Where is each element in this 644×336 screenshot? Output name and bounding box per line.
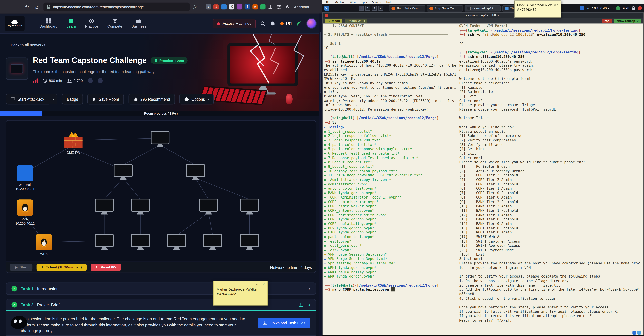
- corner-indicator-icons: [632, 331, 641, 335]
- menu-file[interactable]: File: [326, 1, 330, 4]
- tmux-tab-recon-web[interactable]: Recon-WEB: [345, 19, 367, 23]
- applications-icon[interactable]: [324, 6, 329, 11]
- bell-icon[interactable]: [270, 21, 276, 26]
- gear-icon: [184, 97, 189, 101]
- chevron-up-icon[interactable]: ▴: [308, 302, 310, 307]
- save-room-button[interactable]: Save Room: [88, 94, 124, 105]
- task2-header[interactable]: ✓ Task 2 Project Brief ▴: [6, 299, 316, 311]
- thm-logo[interactable]: Try Hack Me: [5, 16, 24, 31]
- recommend-button[interactable]: 295 Recommend: [128, 94, 175, 105]
- menu-view[interactable]: View: [350, 1, 356, 4]
- tray-ip[interactable]: 10.150.40.9: [592, 7, 610, 10]
- nav-item-learn[interactable]: Learn: [66, 19, 76, 28]
- extension-icon[interactable]: [260, 4, 266, 10]
- terminal-line: 1. On the vpn host, navigate to the /fla…: [459, 279, 642, 283]
- nav-item-dashboard[interactable]: Dashboard: [40, 19, 58, 28]
- browser-scrollbar[interactable]: [319, 14, 322, 336]
- extension-icon[interactable]: 1: [214, 4, 219, 10]
- terminal-line: [100] Exit: [459, 252, 642, 257]
- search-icon[interactable]: [260, 21, 266, 26]
- back-to-networks-link[interactable]: ← Back to all networks: [6, 43, 45, 47]
- taskbar-terminal[interactable]: csaw-redcap12_...: [465, 5, 501, 12]
- task1-header[interactable]: ✓ Task 1 Introduction ▾: [6, 282, 316, 295]
- terminal-line: Please make a selection:: [459, 81, 642, 85]
- avatar[interactable]: [306, 18, 317, 29]
- download-task-files-button[interactable]: Download Task Files: [258, 318, 310, 328]
- puzzle-extensions-icon[interactable]: [286, 5, 292, 9]
- terminal-titlebar[interactable]: csaw-redcap12_TMUX: [323, 13, 643, 18]
- indicator-icon[interactable]: [632, 331, 636, 335]
- volume-icon[interactable]: ♪: [612, 6, 614, 10]
- extension-row: ♪ 1 K f w Assistant ≡: [206, 0, 318, 14]
- back-button-icon[interactable]: ←: [4, 0, 10, 14]
- note-menu-icon[interactable]: ⋯: [256, 282, 260, 286]
- network-uptime: Network up time: 4 days: [270, 265, 312, 269]
- tray-clock[interactable]: 9:28: [623, 7, 629, 10]
- network-reset-button[interactable]: ↻ Reset 0/5: [91, 264, 121, 271]
- badge-button[interactable]: Badge: [62, 94, 83, 105]
- screen: ← → ↻ ⌂ https://tryhackme.com/room/redte…: [0, 0, 644, 336]
- extension-icon[interactable]: [222, 4, 227, 10]
- shield-status-icon[interactable]: [616, 6, 620, 10]
- terminal-line: [3] Verify email access: [459, 142, 642, 147]
- menu-help[interactable]: Help: [386, 1, 392, 4]
- workspace-4[interactable]: 4: [378, 6, 383, 11]
- bookmark-star-icon[interactable]: ☆: [192, 0, 198, 14]
- streak-counter[interactable]: 151: [280, 21, 292, 26]
- options-button[interactable]: Options ▾: [180, 94, 214, 105]
- reload-icon[interactable]: ↻: [24, 0, 30, 14]
- extension-icon[interactable]: [237, 4, 242, 10]
- terminal-line: └─$ nano CORP_paula.bailey.ovpn: [324, 287, 456, 292]
- keyboard-layout-icon[interactable]: [580, 6, 584, 10]
- nav-item-business[interactable]: Business: [132, 19, 146, 28]
- terminal-line: 2. Create a text file with this name: Tr…: [459, 283, 642, 287]
- menu-devices[interactable]: Devices: [372, 1, 382, 4]
- sliders-icon[interactable]: [277, 5, 283, 9]
- lock-icon[interactable]: [632, 6, 635, 11]
- start-attackbox-dropdown[interactable]: ▾: [49, 94, 58, 105]
- extension-icon[interactable]: f: [245, 4, 250, 10]
- download-icon[interactable]: [268, 5, 274, 9]
- extension-icon[interactable]: ♪: [206, 4, 211, 10]
- start-attackbox-button[interactable]: Start AttackBox: [6, 94, 49, 105]
- sticky-note[interactable]: + ⋯ ✕ Markus Dachroeden-Walker # 4764624…: [214, 281, 268, 305]
- chevron-down-icon[interactable]: ▾: [308, 287, 310, 291]
- power-icon[interactable]: [638, 6, 642, 10]
- note-line2: # 476462432: [216, 292, 264, 297]
- forward-button-icon[interactable]: →: [14, 0, 20, 14]
- network-extend-button[interactable]: + Extend (1h 30min left): [36, 264, 87, 271]
- terminal-line: [7] CORP Tier 0 Foothold: [459, 191, 642, 195]
- nav-item-practice[interactable]: Practice: [85, 19, 98, 28]
- note-add-icon[interactable]: +: [216, 282, 218, 286]
- indicator-icon[interactable]: [638, 331, 641, 335]
- workspace-3[interactable]: 3: [372, 6, 377, 11]
- terminal-line: Welcome Triage: [459, 116, 642, 120]
- workspace-2[interactable]: 2: [365, 6, 370, 11]
- menu-machine[interactable]: Machine: [334, 1, 346, 4]
- extension-icon[interactable]: w: [252, 4, 258, 10]
- access-machines-button[interactable]: Access Machines: [213, 19, 256, 28]
- workspace-1[interactable]: 1: [359, 6, 364, 11]
- home-icon[interactable]: ⌂: [34, 0, 40, 14]
- url-bar[interactable]: https://tryhackme.com/room/redteamcapsto…: [44, 3, 190, 11]
- leaf-icon[interactable]: [297, 21, 302, 26]
- network-start-button[interactable]: ▶ Start: [10, 264, 32, 271]
- terminal-pane-left[interactable]: ─ 1. CSAW CONTEXT ──────────────────────…: [323, 23, 457, 335]
- menu-hamburger-icon[interactable]: ≡: [312, 0, 318, 14]
- terminal-pane-right[interactable]: OVPN Tasks - VPN Portal ────────────────…: [457, 23, 643, 335]
- stat-icon[interactable]: [98, 78, 102, 83]
- stat-icon[interactable]: [88, 78, 92, 83]
- note-close-icon[interactable]: ✕: [262, 282, 265, 286]
- taskbar-burp-2[interactable]: Burp Suite Com...: [427, 5, 463, 12]
- download-task-icon[interactable]: [298, 302, 303, 307]
- extension-icon[interactable]: K: [229, 4, 234, 10]
- taskbar-burp-1[interactable]: Burp Suite Com...: [389, 5, 425, 12]
- nav-item-compete[interactable]: Compete: [108, 19, 122, 28]
- terminal-line: [459, 301, 642, 305]
- menu-input[interactable]: Input: [361, 1, 367, 4]
- assistant-label[interactable]: Assistant: [294, 5, 309, 9]
- tmux-tab-recon[interactable]: 1. Recon: [325, 19, 342, 23]
- firewall-icon: [64, 130, 83, 149]
- terminal-line: ≡ vpn_testing_roadmap_v2_final.md*: [324, 261, 456, 266]
- node-label-vpn: VPN 10.200.40.12: [6, 218, 44, 226]
